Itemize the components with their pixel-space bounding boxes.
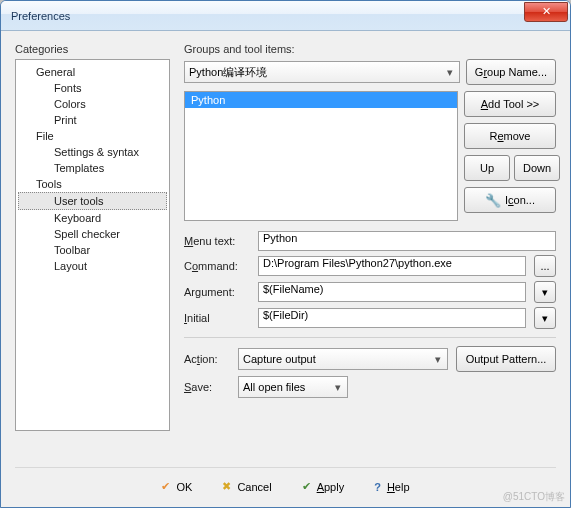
tree-item-general[interactable]: General [18,64,167,80]
up-button[interactable]: Up [464,155,510,181]
add-tool-button[interactable]: Add Tool >> [464,91,556,117]
tool-side-buttons: Add Tool >> Remove Up Down 🔧Icon... [464,91,556,221]
tree-item-tools[interactable]: Tools [18,176,167,192]
tree-item-file[interactable]: File [18,128,167,144]
watermark: @51CTO博客 [503,490,565,504]
help-button[interactable]: ?Help [374,480,409,493]
command-label: Command: [184,260,250,272]
list-item[interactable]: Python [185,92,457,108]
menu-text-input[interactable]: Python [258,231,556,251]
save-combo[interactable]: All open files [238,376,348,398]
tree-item-fonts[interactable]: Fonts [18,80,167,96]
close-button[interactable]: ✕ [524,2,568,22]
help-icon: ? [374,481,381,493]
tree-item-templates[interactable]: Templates [18,160,167,176]
tree-item-settings-syntax[interactable]: Settings & syntax [18,144,167,160]
menu-text-label: Menu text: [184,235,250,247]
apply-icon: ✔ [302,480,311,493]
action-combo[interactable]: Capture output [238,348,448,370]
main-area: Categories GeneralFontsColorsPrintFileSe… [15,43,556,461]
tree-item-toolbar[interactable]: Toolbar [18,242,167,258]
tree-item-print[interactable]: Print [18,112,167,128]
settings-panel: Groups and tool items: Python编译环境 Group … [184,43,556,461]
tree-item-user-tools[interactable]: User tools [18,192,167,210]
tree-item-colors[interactable]: Colors [18,96,167,112]
group-name-button[interactable]: Group Name... [466,59,556,85]
argument-label: Argument: [184,286,250,298]
output-pattern-button[interactable]: Output Pattern... [456,346,556,372]
window-title: Preferences [11,10,70,22]
preferences-window: Preferences ✕ Categories GeneralFontsCol… [0,0,571,508]
initial-input[interactable]: $(FileDir) [258,308,526,328]
argument-menu-button[interactable]: ▾ [534,281,556,303]
down-button[interactable]: Down [514,155,560,181]
apply-button[interactable]: ✔Apply [302,480,345,493]
tools-listbox[interactable]: Python [184,91,458,221]
group-combo[interactable]: Python编译环境 [184,61,460,83]
command-input[interactable]: D:\Program Files\Python27\python.exe [258,256,526,276]
window-body: Categories GeneralFontsColorsPrintFileSe… [1,31,570,507]
tools-list-row: Python Add Tool >> Remove Up Down 🔧Icon.… [184,91,556,221]
close-icon: ✕ [542,5,551,18]
footer: ✔OK ✖Cancel ✔Apply ?Help [15,467,556,499]
action-label: Action: [184,353,230,365]
cancel-icon: ✖ [222,480,231,493]
titlebar: Preferences ✕ [1,1,570,31]
categories-tree[interactable]: GeneralFontsColorsPrintFileSettings & sy… [15,59,170,431]
remove-button[interactable]: Remove [464,123,556,149]
command-browse-button[interactable]: ... [534,255,556,277]
cancel-button[interactable]: ✖Cancel [222,480,271,493]
divider [184,337,556,338]
form-grid: Menu text: Python Command: D:\Program Fi… [184,231,556,402]
tree-item-spell-checker[interactable]: Spell checker [18,226,167,242]
initial-menu-button[interactable]: ▾ [534,307,556,329]
tree-item-keyboard[interactable]: Keyboard [18,210,167,226]
tree-item-layout[interactable]: Layout [18,258,167,274]
categories-label: Categories [15,43,170,55]
argument-input[interactable]: $(FileName) [258,282,526,302]
group-selector-row: Python编译环境 Group Name... [184,59,556,85]
icon-button[interactable]: 🔧Icon... [464,187,556,213]
save-label: Save: [184,381,230,393]
groups-label: Groups and tool items: [184,43,556,55]
ok-button[interactable]: ✔OK [161,480,192,493]
categories-panel: Categories GeneralFontsColorsPrintFileSe… [15,43,170,461]
initial-label: Initial [184,312,250,324]
wrench-icon: 🔧 [485,193,501,208]
check-icon: ✔ [161,480,170,493]
